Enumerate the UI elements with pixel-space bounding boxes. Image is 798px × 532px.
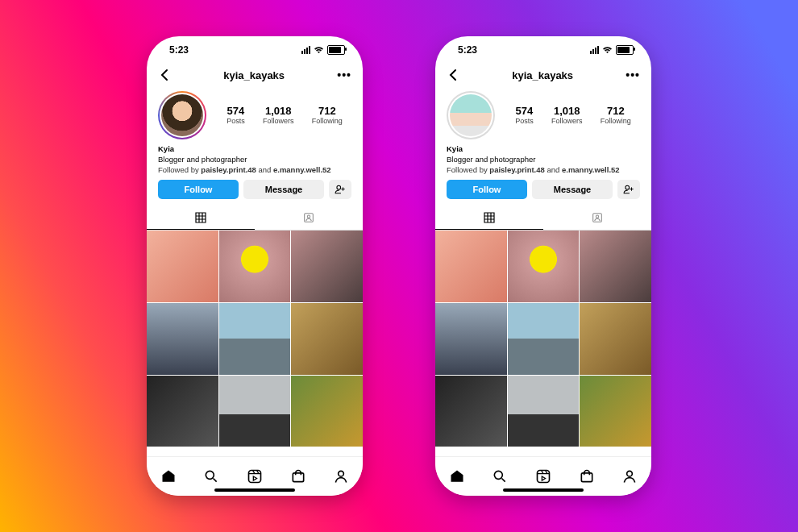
post-thumbnail[interactable]	[435, 231, 507, 302]
avatar-story-ring[interactable]	[158, 91, 206, 139]
post-thumbnail[interactable]	[291, 303, 363, 375]
phone-mockup-left: 5:23 kyia_kayaks ••• 574Posts 1,018Follo…	[147, 36, 363, 496]
post-thumbnail[interactable]	[508, 303, 580, 375]
svg-rect-3	[248, 471, 260, 483]
tab-tagged[interactable]	[255, 206, 363, 230]
post-thumbnail[interactable]	[219, 376, 291, 447]
profile-actions: Follow Message	[435, 180, 651, 206]
stat-following[interactable]: 712Following	[601, 105, 631, 126]
svg-point-2	[206, 471, 214, 479]
followed-by-line[interactable]: Followed by paisley.print.48 and e.manny…	[158, 165, 351, 176]
svg-rect-9	[537, 471, 549, 483]
post-thumbnail[interactable]	[435, 376, 507, 447]
home-indicator	[214, 488, 295, 492]
post-thumbnail[interactable]	[508, 376, 580, 447]
display-name: Kyia	[158, 144, 351, 155]
svg-point-11	[627, 471, 633, 476]
status-time: 5:23	[458, 44, 477, 56]
status-bar: 5:23	[147, 36, 363, 64]
nav-search-icon[interactable]	[203, 468, 219, 484]
post-thumbnail[interactable]	[580, 231, 651, 302]
follow-button[interactable]: Follow	[158, 180, 239, 199]
bio-text: Blogger and photographer	[447, 155, 640, 165]
nav-reels-icon[interactable]	[247, 468, 263, 484]
post-thumbnail[interactable]	[291, 376, 363, 447]
status-icons	[590, 45, 634, 55]
nav-home-icon[interactable]	[160, 468, 177, 484]
nav-search-icon[interactable]	[492, 468, 508, 484]
profile-stats: 574Posts 1,018Followers 712Following	[218, 105, 351, 126]
post-thumbnail[interactable]	[580, 303, 651, 375]
svg-point-1	[307, 215, 310, 218]
followed-by-line[interactable]: Followed by paisley.print.48 and e.manny…	[447, 165, 640, 176]
profile-bio: Kyia Blogger and photographer Followed b…	[435, 141, 651, 180]
profile-header: 574Posts 1,018Followers 712Following	[435, 86, 651, 141]
content-tabs	[147, 206, 363, 231]
post-thumbnail[interactable]	[580, 376, 651, 447]
svg-point-7	[596, 215, 598, 218]
message-button[interactable]: Message	[243, 180, 324, 199]
tab-posts-grid[interactable]	[147, 206, 255, 230]
tab-posts-grid[interactable]	[435, 206, 543, 230]
profile-stats: 574Posts 1,018Followers 712Following	[506, 105, 640, 126]
stat-followers[interactable]: 1,018Followers	[263, 105, 294, 126]
wifi-icon	[602, 46, 613, 54]
tab-tagged[interactable]	[543, 206, 651, 230]
avatar-no-ring[interactable]	[447, 91, 495, 139]
cellular-icon	[301, 46, 310, 54]
svg-point-8	[495, 471, 503, 479]
suggest-users-button[interactable]	[329, 180, 351, 199]
nav-profile-icon[interactable]	[333, 468, 349, 484]
stat-posts[interactable]: 574Posts	[227, 105, 245, 126]
bio-text: Blogger and photographer	[158, 155, 351, 165]
post-thumbnail[interactable]	[508, 231, 580, 302]
phone-mockup-right: 5:23 kyia_kayaks ••• 574Posts 1,018Follo…	[435, 36, 651, 496]
follow-button[interactable]: Follow	[447, 180, 527, 199]
nav-shop-icon[interactable]	[579, 468, 595, 484]
back-button[interactable]	[447, 69, 459, 81]
avatar-image	[161, 94, 203, 136]
post-thumbnail[interactable]	[147, 231, 218, 302]
more-options-button[interactable]: •••	[626, 69, 640, 81]
posts-grid	[147, 231, 363, 447]
nav-home-icon[interactable]	[449, 468, 465, 484]
promo-background: 5:23 kyia_kayaks ••• 574Posts 1,018Follo…	[0, 0, 798, 532]
battery-icon	[616, 45, 634, 55]
status-bar: 5:23	[435, 36, 651, 64]
post-thumbnail[interactable]	[291, 231, 363, 302]
message-button[interactable]: Message	[532, 180, 613, 199]
profile-username: kyia_kayaks	[223, 69, 285, 81]
post-thumbnail[interactable]	[219, 303, 291, 375]
post-thumbnail[interactable]	[147, 303, 218, 375]
profile-actions: Follow Message	[147, 180, 363, 206]
suggest-users-button[interactable]	[617, 180, 640, 199]
svg-rect-10	[581, 473, 592, 482]
nav-shop-icon[interactable]	[290, 468, 306, 484]
svg-rect-4	[293, 473, 303, 482]
home-indicator	[503, 488, 584, 492]
status-time: 5:23	[169, 44, 189, 56]
post-thumbnail[interactable]	[435, 303, 507, 375]
cellular-icon	[590, 46, 599, 54]
battery-icon	[327, 45, 345, 55]
more-options-button[interactable]: •••	[337, 69, 351, 81]
profile-navbar: kyia_kayaks •••	[147, 64, 363, 86]
nav-profile-icon[interactable]	[621, 468, 638, 484]
profile-username: kyia_kayaks	[512, 69, 573, 81]
status-icons	[301, 45, 345, 55]
content-tabs	[435, 206, 651, 231]
avatar-image	[450, 94, 492, 136]
stat-following[interactable]: 712Following	[312, 105, 343, 126]
svg-point-5	[339, 471, 344, 476]
stat-followers[interactable]: 1,018Followers	[551, 105, 583, 126]
profile-bio: Kyia Blogger and photographer Followed b…	[147, 141, 363, 180]
display-name: Kyia	[447, 144, 640, 155]
back-button[interactable]	[158, 69, 171, 81]
stat-posts[interactable]: 574Posts	[515, 105, 534, 126]
nav-reels-icon[interactable]	[535, 468, 551, 484]
post-thumbnail[interactable]	[219, 231, 291, 302]
profile-navbar: kyia_kayaks •••	[435, 64, 651, 86]
post-thumbnail[interactable]	[147, 376, 218, 447]
profile-header: 574Posts 1,018Followers 712Following	[147, 86, 363, 141]
wifi-icon	[314, 46, 324, 54]
